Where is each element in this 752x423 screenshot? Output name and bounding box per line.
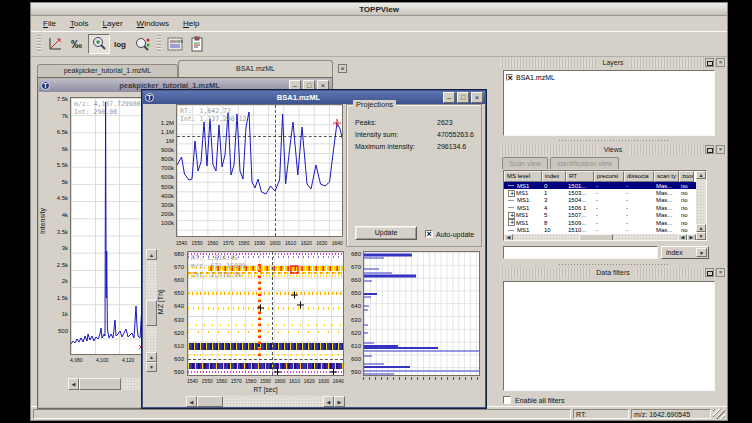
close-button[interactable]: ×: [471, 92, 483, 103]
toolbar-handle[interactable]: [37, 35, 41, 53]
toolbar-handle[interactable]: [157, 35, 161, 53]
close-panel-button[interactable]: ×: [716, 58, 725, 67]
reset-zoom-button[interactable]: [44, 34, 66, 54]
menu-item[interactable]: File: [36, 18, 63, 29]
tab-close-button[interactable]: ×: [338, 64, 347, 73]
axis-tick: 1630: [316, 240, 327, 246]
scroll-down-button[interactable]: ▼: [696, 232, 706, 240]
scrollbar-thumb[interactable]: [79, 378, 121, 390]
app-titlebar[interactable]: TOPPView: [31, 3, 727, 16]
log-intensity-button[interactable]: log: [110, 34, 132, 54]
auto-update-control[interactable]: Auto-update: [425, 230, 474, 238]
table-horizontal-scrollbar[interactable]: ◀ ◀ ▶: [504, 234, 696, 241]
scan-table-row[interactable]: MS1 5 1507... - - Mas... no: [504, 212, 696, 219]
scroll-left-button[interactable]: ◀: [678, 234, 687, 241]
views-tab[interactable]: Identification view: [550, 157, 619, 169]
column-header[interactable]: zoom: [679, 171, 694, 182]
menu-item[interactable]: Windows: [130, 18, 176, 29]
identification-view-button[interactable]: [186, 34, 208, 54]
tree-expander[interactable]: [508, 190, 515, 197]
minimize-button[interactable]: –: [443, 92, 455, 103]
mz-projection-plot[interactable]: [363, 251, 480, 376]
layers-list[interactable]: BSA1.mzML: [503, 70, 715, 136]
float-panel-button[interactable]: [705, 268, 714, 277]
update-button[interactable]: Update: [355, 226, 417, 240]
toolbar: ‰ log MS/MS: [31, 31, 727, 57]
scrollbar-track[interactable]: [146, 260, 157, 352]
views-tab[interactable]: Scan view: [502, 157, 548, 169]
column-header[interactable]: precursi: [594, 171, 624, 182]
scan-table-row[interactable]: MS1 1 1503... - - Mas... no: [504, 189, 696, 196]
scrollbar-track[interactable]: [513, 234, 678, 241]
msms-switch-button[interactable]: MS/MS: [164, 34, 186, 54]
float-panel-button[interactable]: [705, 145, 714, 154]
resize-grip[interactable]: [713, 409, 725, 419]
scrollbar-thumb[interactable]: [197, 396, 223, 407]
scan-filter-combo[interactable]: index▼: [661, 246, 709, 259]
menu-item[interactable]: Layer: [96, 18, 130, 29]
projection-bars: [364, 255, 480, 374]
scroll-left-button[interactable]: ◀: [323, 396, 334, 407]
scroll-left-button[interactable]: ◀: [68, 378, 79, 390]
vertical-scrollbar[interactable]: ▲ ▲ ▼: [146, 249, 157, 372]
scrollbar-track[interactable]: [696, 179, 706, 224]
scan-table-row[interactable]: MS1 8 1509... - - Mas... no: [504, 219, 696, 226]
close-panel-button[interactable]: ×: [716, 145, 725, 154]
maximize-button[interactable]: □: [457, 92, 469, 103]
menu-item[interactable]: Tools: [63, 18, 96, 29]
enable-filters-checkbox[interactable]: [503, 396, 511, 404]
column-header[interactable]: index: [542, 171, 566, 182]
table-vertical-scrollbar[interactable]: ▲ ▲ ▼: [696, 171, 706, 240]
scan-table-row[interactable]: MS1 10 1510... - - Mas... no: [504, 226, 696, 233]
scan-table-row[interactable]: MS1 3 1504... - - Mas... no: [504, 197, 696, 204]
bsa1-titlebar[interactable]: T BSA1.mzML –□×: [143, 91, 485, 104]
mdi-tab[interactable]: BSA1.mzML: [178, 60, 333, 77]
scan-table-row[interactable]: MS1 4 1506.1 - - Mas... no: [504, 204, 696, 211]
scan-table-header[interactable]: MS level index RT precursi dissocia scan…: [504, 171, 696, 182]
layer-item[interactable]: BSA1.mzML: [504, 71, 714, 83]
tree-expander[interactable]: [508, 182, 516, 189]
scroll-left-button[interactable]: ◀: [504, 234, 513, 241]
axis-tick: 1620: [304, 378, 315, 384]
layer-visibility-checkbox[interactable]: [506, 74, 513, 81]
heatmap-2d[interactable]: RT: 1,614.45m/z: 671.15089Int: 2,718.96: [187, 251, 344, 376]
scan-filter-input[interactable]: [503, 246, 658, 259]
tree-expander[interactable]: [508, 204, 516, 211]
scroll-right-button[interactable]: ▶: [334, 396, 345, 407]
column-header[interactable]: scan ty: [654, 171, 679, 182]
measure-mode-button[interactable]: [132, 34, 154, 54]
tree-expander[interactable]: [508, 219, 515, 226]
float-panel-button[interactable]: [705, 58, 714, 67]
scroll-up-button[interactable]: ▲: [696, 171, 706, 179]
chevron-down-icon[interactable]: ▼: [696, 248, 707, 257]
scroll-up-button[interactable]: ▲: [146, 249, 157, 260]
menu-item[interactable]: Help: [176, 18, 206, 29]
percentage-intensity-button[interactable]: ‰: [66, 34, 88, 54]
column-header[interactable]: dissocia: [624, 171, 654, 182]
dock-splitter[interactable]: [558, 263, 668, 266]
enable-filters-control[interactable]: Enable all filters: [503, 396, 564, 404]
scroll-down-button[interactable]: ▼: [146, 362, 157, 372]
scan-table[interactable]: MS level index RT precursi dissocia scan…: [503, 170, 707, 241]
mdi-tab[interactable]: peakpicker_tutorial_1.mzML: [37, 64, 178, 77]
tree-expander[interactable]: [508, 212, 515, 219]
scan-table-row[interactable]: MS1 0 1501... - - Mas... no: [504, 182, 696, 189]
scroll-up-button[interactable]: ▲: [696, 224, 706, 232]
zoom-mode-button[interactable]: [88, 34, 110, 54]
auto-update-checkbox[interactable]: [425, 230, 433, 238]
column-header[interactable]: MS level: [504, 171, 542, 182]
scrollbar-thumb[interactable]: [146, 300, 157, 326]
scroll-left-button[interactable]: ◀: [186, 396, 197, 407]
tree-expander[interactable]: [508, 197, 516, 204]
data-filters-list[interactable]: [503, 281, 715, 391]
horizontal-scrollbar[interactable]: ◀ ◀ ▶: [186, 396, 345, 407]
rt-chromatogram-plot[interactable]: RT: 1,642.72Int: 1,137,240.12: [176, 104, 343, 237]
close-panel-button[interactable]: ×: [716, 268, 725, 277]
column-header[interactable]: RT: [566, 171, 594, 182]
tree-expander[interactable]: [508, 227, 516, 234]
scroll-right-button[interactable]: ▶: [687, 234, 696, 241]
dock-splitter[interactable]: [558, 139, 668, 142]
scroll-up-button[interactable]: ▲: [146, 352, 157, 362]
scrollbar-track[interactable]: [223, 396, 323, 407]
current-position-marker: [333, 119, 341, 127]
